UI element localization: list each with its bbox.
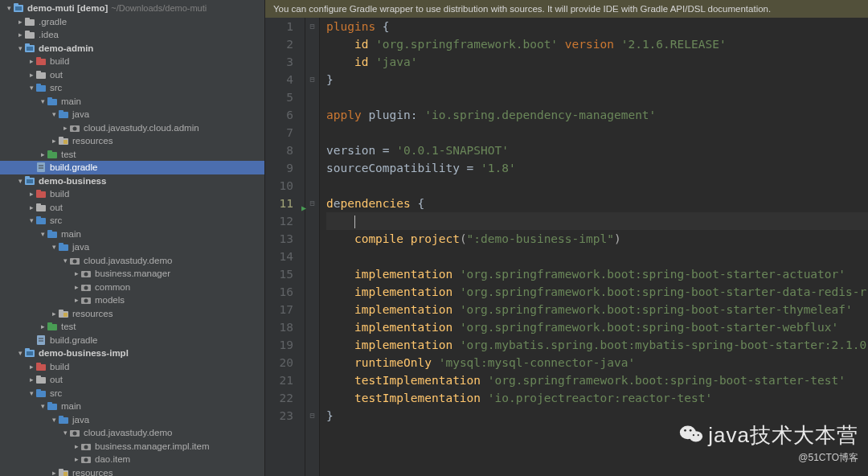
tree-row[interactable]: build.gradle [0, 161, 264, 174]
tree-row[interactable]: ▾src [0, 81, 264, 95]
code-line[interactable]: id 'org.springframework.boot' version '2… [326, 35, 868, 53]
tree-row[interactable]: ▾demo-muti [demo]~/Downloads/demo-muti [0, 2, 264, 15]
tree-row[interactable]: ▸test [0, 320, 264, 334]
code-line[interactable]: compile project(":demo-business-impl") [326, 230, 868, 248]
chevron-right-icon[interactable]: ▸ [39, 322, 47, 330]
chevron-down-icon[interactable]: ▾ [16, 44, 24, 52]
project-tree[interactable]: ▾demo-muti [demo]~/Downloads/demo-muti▸.… [0, 0, 265, 476]
code-line[interactable]: dependencies { [326, 195, 868, 212]
code-line[interactable]: implementation 'org.springframework.boot… [326, 265, 868, 283]
tree-row[interactable]: ▸build [0, 55, 264, 68]
chevron-down-icon[interactable]: ▾ [50, 416, 58, 424]
tree-row[interactable]: ▾main [0, 400, 264, 413]
chevron-down-icon[interactable]: ▾ [27, 216, 35, 224]
code-editor[interactable]: 12345678910▶11121314151617181920212223 ⊟… [265, 18, 868, 476]
chevron-right-icon[interactable]: ▸ [27, 375, 35, 384]
chevron-right-icon[interactable]: ▸ [27, 57, 35, 65]
tree-row[interactable]: ▸resources [0, 466, 264, 477]
chevron-right-icon[interactable]: ▸ [50, 137, 58, 145]
tree-row[interactable]: ▸out [0, 68, 264, 82]
fold-gutter[interactable]: ⊟⊟⊟⊟ [305, 18, 320, 476]
chevron-right-icon[interactable]: ▸ [61, 124, 69, 132]
chevron-right-icon[interactable]: ▸ [27, 363, 35, 371]
code-line[interactable]: testImplementation 'org.springframework.… [326, 371, 868, 389]
tree-row[interactable]: ▾main [0, 228, 264, 241]
tree-row[interactable]: ▸dao.item [0, 453, 264, 466]
fold-toggle[interactable]: ⊟ [305, 407, 319, 425]
tree-row[interactable]: ▸out [0, 201, 264, 215]
code-line[interactable] [326, 88, 868, 106]
tree-row[interactable]: ▸out [0, 373, 264, 387]
tree-row[interactable]: ▾demo-business [0, 174, 264, 188]
chevron-down-icon[interactable]: ▾ [39, 230, 47, 238]
tree-row[interactable]: ▾demo-business-impl [0, 347, 264, 360]
fold-toggle[interactable]: ⊟ [305, 18, 319, 35]
code-line[interactable]: plugins { [326, 18, 868, 35]
code-line[interactable]: testImplementation 'io.projectreactor:re… [326, 389, 868, 407]
chevron-down-icon[interactable]: ▾ [27, 389, 35, 397]
chevron-down-icon[interactable]: ▾ [50, 110, 58, 118]
run-marker-icon[interactable]: ▶ [301, 199, 306, 217]
chevron-down-icon[interactable]: ▾ [61, 429, 69, 437]
chevron-down-icon[interactable]: ▾ [39, 97, 47, 105]
fold-toggle[interactable]: ⊟ [305, 195, 319, 212]
tree-row[interactable]: ▸.gradle [0, 15, 264, 29]
chevron-down-icon[interactable]: ▾ [61, 256, 69, 265]
tree-row[interactable]: ▾java [0, 413, 264, 427]
chevron-down-icon[interactable]: ▾ [16, 349, 24, 357]
code-line[interactable]: implementation 'org.springframework.boot… [326, 318, 868, 336]
chevron-down-icon[interactable]: ▾ [50, 243, 58, 251]
tree-row[interactable]: ▸common [0, 281, 264, 294]
chevron-right-icon[interactable]: ▸ [16, 31, 24, 39]
tree-row[interactable]: ▸business.manager.impl.item [0, 440, 264, 453]
code-line[interactable]: implementation 'org.springframework.boot… [326, 301, 868, 318]
code-line[interactable] [326, 124, 868, 142]
code-line[interactable]: implementation 'org.mybatis.spring.boot:… [326, 336, 868, 354]
tree-row[interactable]: build.gradle [0, 334, 264, 347]
tree-row[interactable]: ▸build [0, 187, 264, 201]
tree-row[interactable]: ▸models [0, 293, 264, 307]
tree-row[interactable]: ▾src [0, 214, 264, 228]
chevron-right-icon[interactable]: ▸ [72, 455, 80, 463]
tree-row[interactable]: ▾cloud.javastudy.demo [0, 426, 264, 440]
tree-row[interactable]: ▾main [0, 95, 264, 109]
code-line[interactable]: runtimeOnly 'mysql:mysql-connector-java' [326, 354, 868, 371]
chevron-right-icon[interactable]: ▸ [72, 269, 80, 277]
fold-toggle[interactable]: ⊟ [305, 71, 319, 88]
tree-row[interactable]: ▾src [0, 387, 264, 400]
tree-row[interactable]: ▾java [0, 240, 264, 254]
chevron-right-icon[interactable]: ▸ [27, 190, 35, 198]
tree-row[interactable]: ▾demo-admin [0, 42, 264, 55]
tree-row[interactable]: ▸resources [0, 307, 264, 321]
tree-row[interactable]: ▸resources [0, 134, 264, 148]
chevron-down-icon[interactable]: ▾ [27, 84, 35, 92]
code-line[interactable] [326, 177, 868, 195]
chevron-right-icon[interactable]: ▸ [50, 469, 58, 476]
code-line[interactable]: id 'java' [326, 53, 868, 71]
chevron-down-icon[interactable]: ▾ [16, 177, 24, 185]
code-line[interactable]: apply plugin: 'io.spring.dependency-mana… [326, 106, 868, 124]
code-line[interactable]: version = '0.0.1-SNAPSHOT' [326, 142, 868, 159]
chevron-right-icon[interactable]: ▸ [16, 18, 24, 26]
code-line[interactable]: } [326, 71, 868, 88]
chevron-right-icon[interactable]: ▸ [27, 203, 35, 211]
chevron-right-icon[interactable]: ▸ [27, 71, 35, 79]
chevron-right-icon[interactable]: ▸ [50, 310, 58, 318]
tree-row[interactable]: ▸.idea [0, 28, 264, 42]
code-line[interactable] [326, 248, 868, 265]
chevron-down-icon[interactable]: ▾ [5, 4, 13, 12]
tree-row[interactable]: ▸cloud.javastudy.cloud.admin [0, 121, 264, 135]
tree-row[interactable]: ▾java [0, 108, 264, 121]
chevron-right-icon[interactable]: ▸ [72, 442, 80, 450]
chevron-right-icon[interactable]: ▸ [72, 296, 80, 304]
tree-row[interactable]: ▸test [0, 148, 264, 162]
code-line[interactable]: sourceCompatibility = '1.8' [326, 159, 868, 177]
chevron-right-icon[interactable]: ▸ [39, 150, 47, 158]
chevron-down-icon[interactable]: ▾ [39, 402, 47, 410]
gradle-banner[interactable]: You can configure Gradle wrapper to use … [265, 0, 868, 18]
code-line[interactable]: implementation 'org.springframework.boot… [326, 283, 868, 301]
code-area[interactable]: plugins { id 'org.springframework.boot' … [320, 18, 868, 476]
code-line[interactable] [326, 212, 868, 230]
tree-row[interactable]: ▸business.manager [0, 267, 264, 281]
chevron-right-icon[interactable]: ▸ [72, 283, 80, 291]
